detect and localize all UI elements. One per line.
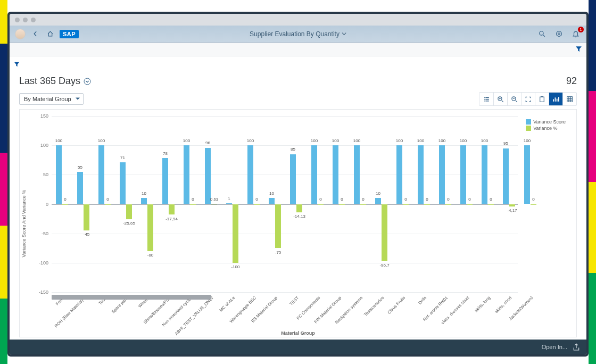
x-axis-label: Material Group bbox=[281, 330, 315, 336]
global-filter-bar bbox=[10, 43, 586, 56]
svg-point-3 bbox=[84, 78, 90, 85]
bar-group[interactable]: 78-17,94Shirts/Blouses/Polo bbox=[158, 116, 179, 292]
app-window: SAP Supplier Evaluation By Quantity 1 bbox=[10, 14, 586, 354]
bar-group[interactable]: 1000Forks bbox=[52, 116, 73, 292]
copilot-button[interactable] bbox=[553, 29, 564, 39]
bar-group[interactable]: 10-96,7Testscenarios bbox=[371, 116, 392, 292]
app-frame: SAP Supplier Evaluation By Quantity 1 bbox=[7, 12, 589, 357]
page-title: Last 365 Days bbox=[19, 76, 91, 87]
svg-point-0 bbox=[539, 31, 543, 35]
window-titlebar bbox=[10, 14, 586, 26]
table-view-button[interactable] bbox=[562, 93, 576, 105]
bar-group[interactable]: 95-4,17skirts, short bbox=[499, 116, 520, 292]
svg-point-2 bbox=[558, 33, 559, 35]
window-close-icon[interactable] bbox=[15, 18, 20, 22]
bar-group[interactable]: 1000class. dresses short bbox=[456, 116, 477, 292]
dimension-select[interactable]: By Material Group bbox=[19, 93, 84, 105]
bar-chart-icon bbox=[552, 96, 559, 103]
notifications-button[interactable]: 1 bbox=[570, 29, 581, 39]
bar-group[interactable]: 1000Drills bbox=[413, 116, 435, 292]
y-axis-label: Variance Score And Variance % bbox=[21, 189, 27, 257]
chevron-left-icon bbox=[32, 31, 38, 37]
footer: Open In... bbox=[10, 340, 586, 354]
search-icon bbox=[539, 30, 545, 37]
page-title-text: Last 365 Days bbox=[19, 76, 80, 87]
window-zoom-icon[interactable] bbox=[31, 18, 36, 22]
dropdown-circle-icon[interactable] bbox=[84, 78, 91, 85]
chevron-down-icon bbox=[342, 31, 346, 36]
list-icon bbox=[483, 96, 490, 103]
jump-to-button[interactable] bbox=[535, 93, 549, 105]
share-icon[interactable] bbox=[573, 343, 580, 351]
search-button[interactable] bbox=[536, 29, 547, 39]
bar-group[interactable]: 71-25,65Spare parts bbox=[115, 116, 137, 292]
shell-title[interactable]: Supplier Evaluation By Quantity bbox=[250, 30, 346, 38]
filter-icon bbox=[14, 61, 20, 67]
home-button[interactable] bbox=[45, 29, 55, 39]
local-filter[interactable] bbox=[10, 56, 586, 70]
shell-title-text: Supplier Evaluation By Quantity bbox=[250, 30, 340, 38]
kpi-value: 92 bbox=[566, 76, 577, 87]
copilot-icon bbox=[556, 30, 562, 37]
chart-scrollbar[interactable] bbox=[52, 295, 211, 300]
home-icon bbox=[47, 30, 54, 37]
paste-icon bbox=[539, 96, 545, 103]
bar-group[interactable]: 10-80Wheels bbox=[137, 116, 158, 292]
bar-group[interactable]: 10-75BS Material Group bbox=[264, 116, 286, 292]
sap-logo: SAP bbox=[60, 30, 79, 38]
bar-group[interactable]: 1000Navigation systems bbox=[350, 116, 371, 292]
chart-tool-icons bbox=[479, 92, 577, 106]
zoom-in-icon bbox=[497, 96, 504, 103]
fullscreen-icon bbox=[525, 96, 532, 103]
bar-group[interactable]: 1-100MC of ALe bbox=[222, 116, 243, 292]
chart-area: Variance Score And Variance % Material G… bbox=[10, 109, 586, 340]
fullscreen-button[interactable] bbox=[521, 93, 535, 105]
bar-group[interactable]: 1000skirts, long bbox=[477, 116, 499, 292]
back-button[interactable] bbox=[30, 29, 40, 39]
svg-rect-6 bbox=[540, 97, 544, 102]
bar-group[interactable]: 1000Warengruppe BSC bbox=[243, 116, 264, 292]
shell-actions: 1 bbox=[536, 29, 581, 39]
bar-group[interactable]: 55-45ROH (Raw Material)-1 bbox=[73, 116, 94, 292]
bar-group[interactable]: 85-14,13TEST bbox=[286, 116, 307, 292]
notification-badge: 1 bbox=[578, 27, 584, 32]
window-minimize-icon[interactable] bbox=[23, 18, 28, 22]
chart-container: Variance Score And Variance % Material G… bbox=[19, 109, 577, 337]
shell-header: SAP Supplier Evaluation By Quantity 1 bbox=[10, 26, 586, 43]
svg-rect-7 bbox=[567, 96, 573, 102]
zoom-out-button[interactable] bbox=[507, 93, 521, 105]
avatar[interactable] bbox=[15, 29, 26, 39]
zoom-in-button[interactable] bbox=[493, 93, 507, 105]
bar-group[interactable]: 1000FC Components bbox=[307, 116, 328, 292]
bar-group[interactable]: 1000Ref. article Ret01 bbox=[435, 116, 456, 292]
bar-group[interactable]: 1000Citrus Fruits bbox=[392, 116, 413, 292]
chart-plot[interactable]: -150-100-500501001501000Forks55-45ROH (R… bbox=[52, 116, 518, 292]
chart-view-button[interactable] bbox=[549, 93, 562, 105]
zoom-out-icon bbox=[511, 96, 518, 103]
legend-toggle-button[interactable] bbox=[479, 93, 493, 105]
bar-group[interactable]: 1000Non motorized cycles bbox=[179, 116, 201, 292]
filter-icon bbox=[575, 45, 582, 52]
table-icon bbox=[566, 96, 573, 103]
open-in-button[interactable]: Open In... bbox=[542, 344, 567, 350]
bar-group[interactable]: 1000FIN Material Group bbox=[328, 116, 350, 292]
filter-button[interactable] bbox=[575, 45, 582, 54]
bar-group[interactable]: 960,63ABHI_TEST_VALUE_ONLY bbox=[201, 116, 222, 292]
bar-group[interactable]: 1000Jackets(Women) bbox=[520, 116, 541, 292]
svg-point-1 bbox=[556, 31, 561, 37]
bar-group[interactable]: 1000Tools bbox=[94, 116, 115, 292]
chart-toolbar: By Material Group bbox=[10, 90, 586, 109]
page-header: Last 365 Days 92 bbox=[10, 70, 586, 90]
